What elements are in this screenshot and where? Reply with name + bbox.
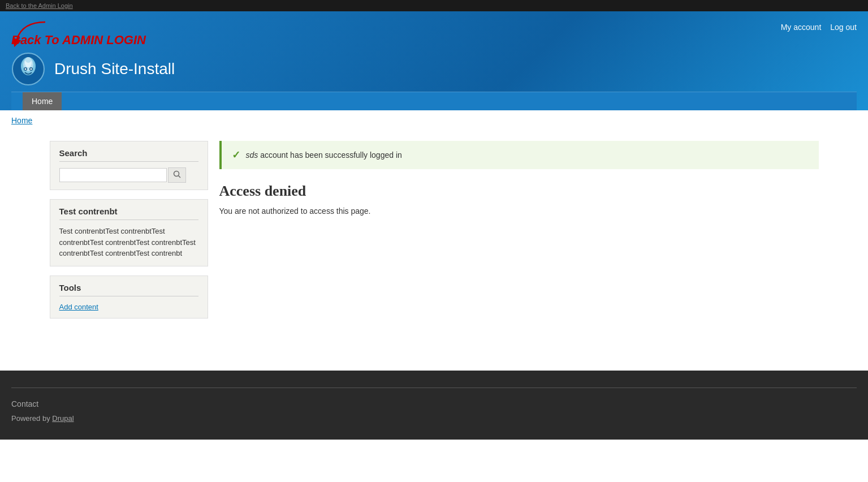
sidebar: Search Test contrenbt Test contrenbtTest… bbox=[50, 141, 208, 328]
search-block: Search bbox=[50, 141, 208, 190]
svg-point-8 bbox=[25, 68, 27, 70]
contrenbt-block-title: Test contrenbt bbox=[59, 206, 198, 220]
footer: Contact Powered by Drupal bbox=[0, 371, 868, 440]
success-text: sds account has been successfully logged… bbox=[246, 150, 402, 160]
search-icon bbox=[173, 170, 181, 178]
breadcrumb: Home bbox=[11, 116, 857, 125]
site-name: Drush Site-Install bbox=[54, 60, 175, 78]
svg-point-5 bbox=[25, 57, 31, 63]
footer-contact: Contact bbox=[11, 399, 857, 408]
header-top: Back To ADMIN LOGIN bbox=[11, 17, 857, 92]
success-message: ✓ sds account has been successfully logg… bbox=[219, 141, 819, 169]
access-denied-title: Access denied bbox=[219, 183, 819, 200]
powered-by: Powered by Drupal bbox=[11, 414, 857, 423]
tools-block: Tools Add content bbox=[50, 276, 208, 319]
contrenbt-block-body: Test contrenbtTest contrenbtTest contren… bbox=[59, 226, 198, 259]
back-arrow-icon bbox=[6, 19, 51, 48]
search-block-title: Search bbox=[59, 148, 198, 162]
site-branding: Drush Site-Install bbox=[11, 52, 175, 92]
tools-block-title: Tools bbox=[59, 283, 198, 296]
logout-link[interactable]: Log out bbox=[830, 23, 857, 32]
my-account-link[interactable]: My account bbox=[781, 23, 822, 32]
breadcrumb-home[interactable]: Home bbox=[11, 116, 32, 125]
drupal-logo-icon bbox=[11, 52, 45, 86]
powered-by-prefix: Powered by bbox=[11, 414, 52, 423]
site-header: Back To ADMIN LOGIN bbox=[0, 11, 868, 110]
add-content-link[interactable]: Add content bbox=[59, 303, 98, 311]
nav-item-home[interactable]: Home bbox=[23, 92, 62, 110]
access-denied-body: You are not authorized to access this pa… bbox=[219, 206, 819, 216]
nav-bar: Home bbox=[11, 92, 857, 110]
drupal-link[interactable]: Drupal bbox=[52, 414, 74, 423]
svg-point-10 bbox=[174, 171, 179, 177]
back-to-admin-link[interactable]: Back To ADMIN LOGIN bbox=[11, 33, 175, 48]
success-checkmark-icon: ✓ bbox=[232, 149, 240, 161]
content-wrapper: Search Test contrenbt Test contrenbtTest… bbox=[38, 132, 830, 337]
test-contrenbt-block: Test contrenbt Test contrenbtTest contre… bbox=[50, 199, 208, 266]
header-user-links: My account Log out bbox=[781, 17, 857, 32]
svg-point-9 bbox=[31, 68, 32, 70]
search-button[interactable] bbox=[168, 167, 186, 183]
svg-line-11 bbox=[178, 176, 180, 178]
top-admin-bar: Back to the Admin Login bbox=[0, 0, 868, 11]
back-to-admin-login-topbar[interactable]: Back to the Admin Login bbox=[6, 2, 73, 9]
search-row bbox=[59, 167, 198, 183]
main-content: ✓ sds account has been successfully logg… bbox=[219, 141, 819, 328]
footer-divider bbox=[11, 388, 857, 388]
content-outer: Home Search Test con bbox=[0, 110, 868, 337]
search-input[interactable] bbox=[59, 168, 167, 182]
